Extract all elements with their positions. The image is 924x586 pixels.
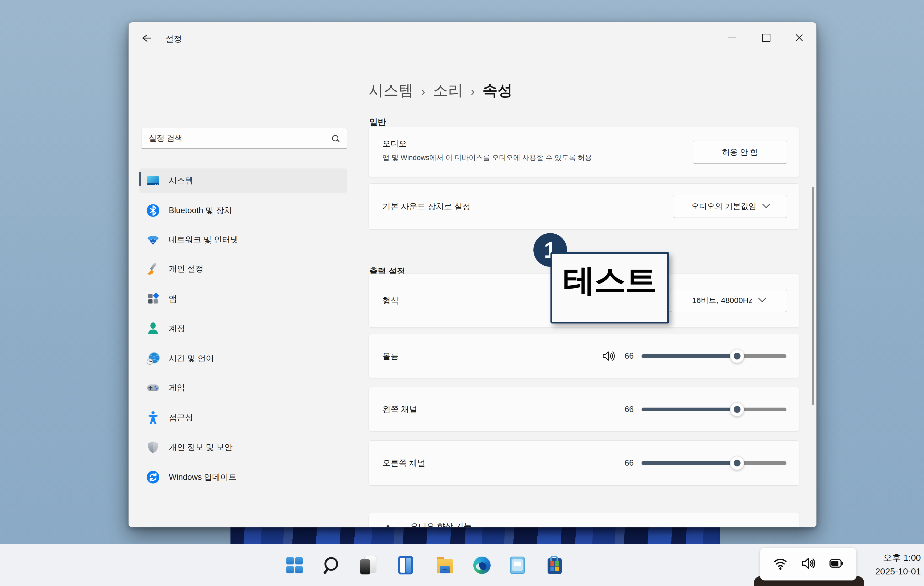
sidebar-item-label: 네트워크 및 인터넷: [169, 234, 238, 245]
annotation-label: 테스트: [563, 259, 656, 302]
right-channel-slider[interactable]: [642, 461, 787, 465]
widgets-icon: [398, 556, 413, 574]
sidebar-item-gaming[interactable]: 게임: [139, 376, 347, 400]
audio-description: 앱 및 Windows에서 이 디바이스를 오디오에 사용할 수 있도록 허용: [383, 153, 592, 162]
wifi-icon: [773, 556, 788, 572]
sidebar-item-privacy[interactable]: 개인 정보 및 보안: [139, 435, 347, 459]
system-tray[interactable]: [760, 547, 856, 581]
sidebar-item-label: 시스템: [169, 175, 193, 186]
scrollbar-thumb[interactable]: [812, 187, 814, 405]
widgets-button[interactable]: [396, 556, 416, 575]
edge-icon: [473, 556, 491, 574]
sidebar-item-bluetooth[interactable]: Bluetooth 및 장치: [139, 199, 347, 223]
edge-button[interactable]: [472, 556, 492, 575]
start-button[interactable]: [285, 556, 304, 575]
left-channel-value: 66: [625, 405, 634, 414]
taskbar-search-button[interactable]: [321, 556, 341, 575]
back-button[interactable]: [140, 33, 152, 43]
system-icon: [146, 174, 160, 187]
enhancements-label: 오디오 향상 기능: [410, 521, 472, 527]
sidebar-item-network[interactable]: 네트워크 및 인터넷: [139, 228, 347, 252]
sidebar-item-windows-update[interactable]: Windows 업데이트: [139, 465, 347, 489]
search-input[interactable]: 설정 검색: [141, 128, 347, 149]
default-device-label: 기본 사운드 장치로 설정: [383, 201, 471, 212]
chevron-down-icon: [758, 294, 766, 302]
right-channel-slider-thumb[interactable]: [730, 456, 744, 470]
format-dropdown[interactable]: 16비트, 48000Hz: [670, 289, 787, 312]
search-icon: [332, 134, 340, 143]
sidebar-item-system[interactable]: 시스템: [139, 169, 347, 193]
speaker-icon[interactable]: [601, 349, 615, 363]
apps-icon: [146, 292, 160, 306]
settings-window: 설정 시스템 › 소리 › 속성 설정 검색 시스템: [129, 22, 817, 527]
minimize-button[interactable]: [717, 22, 747, 53]
default-device-dropdown[interactable]: 오디오의 기본값임: [673, 195, 787, 218]
right-channel-card: 오른쪽 채널 66: [368, 440, 799, 486]
breadcrumb-sound[interactable]: 소리: [433, 80, 463, 101]
enhancements-card: 오디오 향상 기능: [368, 513, 799, 527]
volume-value: 66: [625, 351, 634, 361]
breadcrumb: 시스템 › 소리 › 속성: [368, 80, 512, 101]
file-explorer-button[interactable]: [435, 556, 455, 575]
chevron-down-icon: [762, 200, 770, 208]
sidebar-item-label: 게임: [169, 382, 185, 393]
audio-allow-button-label: 허용 안 함: [722, 147, 758, 157]
volume-card: 볼륨 66: [368, 334, 799, 378]
breadcrumb-system[interactable]: 시스템: [368, 80, 413, 101]
start-icon: [286, 557, 303, 573]
accessibility-icon: [146, 411, 160, 424]
minimize-icon: [728, 38, 736, 38]
right-channel-label: 오른쪽 채널: [383, 457, 426, 468]
sidebar-item-label: 접근성: [169, 412, 193, 423]
windows-update-icon: [146, 470, 160, 484]
tray-time: 오후 1:00: [861, 551, 921, 564]
sidebar-item-apps[interactable]: 앱: [139, 287, 347, 311]
sidebar-item-label: 개인 정보 및 보안: [169, 442, 233, 453]
close-button[interactable]: [784, 22, 815, 53]
sidebar-item-label: 앱: [169, 293, 177, 304]
privacy-icon: [146, 440, 160, 454]
sidebar-item-label: Bluetooth 및 장치: [169, 205, 232, 216]
gaming-icon: [146, 381, 160, 394]
volume-slider[interactable]: [642, 354, 787, 358]
left-channel-slider-thumb[interactable]: [730, 402, 744, 417]
store-icon: [548, 558, 562, 574]
sidebar-item-label: 시간 및 언어: [169, 353, 214, 364]
photos-icon: [510, 556, 525, 574]
photos-button[interactable]: [508, 556, 527, 575]
sidebar-item-label: Windows 업데이트: [169, 472, 236, 483]
left-channel-slider[interactable]: [642, 407, 787, 411]
volume-label: 볼륨: [383, 351, 399, 362]
left-channel-label: 왼쪽 채널: [383, 404, 417, 415]
personalization-icon: [146, 262, 160, 276]
sidebar-item-label: 계정: [169, 323, 185, 334]
audio-permission-card: 오디오 앱 및 Windows에서 이 디바이스를 오디오에 사용할 수 있도록…: [368, 127, 799, 177]
sidebar-item-personalization[interactable]: 개인 설정: [139, 257, 347, 281]
volume-slider-thumb[interactable]: [730, 349, 744, 363]
sidebar-item-accessibility[interactable]: 접근성: [139, 406, 347, 430]
right-channel-value: 66: [625, 458, 634, 468]
tray-clock[interactable]: 오후 1:00 2025-10-01: [861, 551, 921, 578]
sidebar-item-time-language[interactable]: 시간 및 언어: [139, 346, 347, 371]
sidebar-item-accounts[interactable]: 계정: [139, 316, 347, 341]
left-channel-card: 왼쪽 채널 66: [368, 387, 799, 432]
annotation-callout: 테스트: [551, 252, 669, 323]
accounts-icon: [146, 322, 160, 335]
store-button[interactable]: [545, 556, 564, 575]
section-general: 일반: [370, 116, 386, 128]
task-view-button[interactable]: [358, 556, 378, 575]
search-placeholder: 설정 검색: [149, 133, 182, 144]
maximize-button[interactable]: [751, 22, 782, 53]
time-language-icon: [146, 352, 160, 365]
format-value: 16비트, 48000Hz: [692, 295, 752, 306]
battery-icon: [828, 556, 844, 572]
breadcrumb-separator: ›: [421, 83, 425, 98]
audio-allow-button[interactable]: 허용 안 함: [693, 141, 787, 164]
expander-icon: [385, 525, 391, 527]
sidebar-item-label: 개인 설정: [169, 263, 204, 274]
selected-indicator: [139, 172, 141, 186]
audio-title: 오디오: [383, 138, 407, 149]
maximize-icon: [762, 34, 771, 42]
bluetooth-icon: [146, 204, 160, 217]
close-icon: [795, 34, 804, 42]
